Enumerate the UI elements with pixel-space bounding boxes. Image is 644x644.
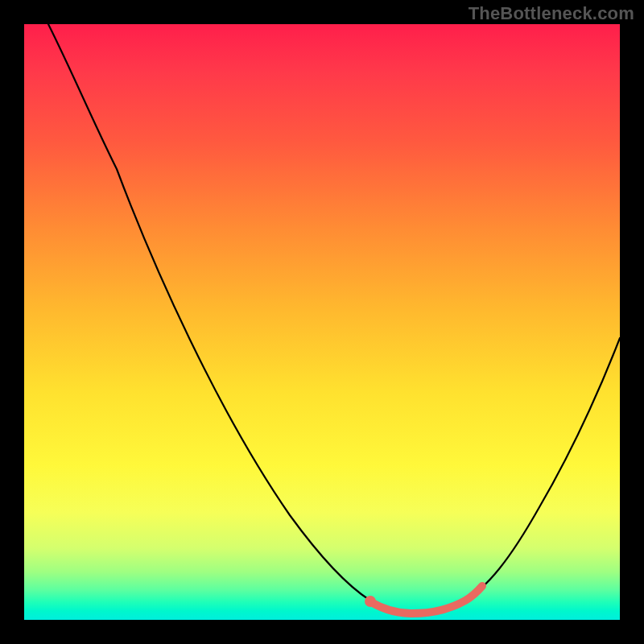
plot-area: [24, 24, 620, 620]
watermark-text: TheBottleneck.com: [469, 3, 634, 24]
chart-frame: TheBottleneck.com: [0, 0, 644, 644]
optimal-range-start-dot: [365, 596, 376, 607]
bottleneck-curve: [48, 24, 620, 613]
chart-overlay: [24, 24, 620, 620]
optimal-range-highlight: [371, 586, 482, 613]
